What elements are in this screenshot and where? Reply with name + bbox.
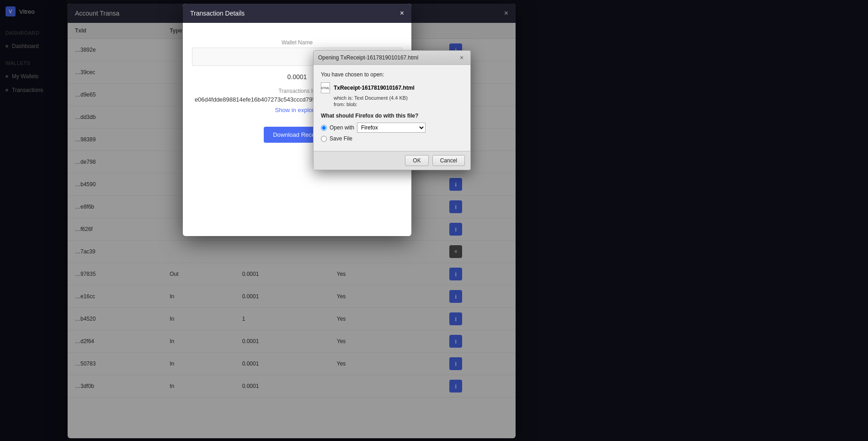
info-row-button[interactable]: i xyxy=(449,312,462,325)
cell-amount: 0.0001 xyxy=(235,263,330,285)
logo-icon: V xyxy=(5,6,16,16)
cell-action: i xyxy=(442,173,516,196)
cell-txid: …d9e65 xyxy=(68,84,162,106)
cell-amount xyxy=(235,241,330,263)
open-with-label: Open with Firefox Other... xyxy=(330,123,426,133)
cell-txid: …98389 xyxy=(68,129,162,151)
cell-type: Out xyxy=(162,263,234,285)
sidebar-item-label: My Wallets xyxy=(12,73,38,80)
cell-txid: …39cec xyxy=(68,61,162,84)
cell-txid: …de798 xyxy=(68,151,162,173)
info-row-button[interactable]: i xyxy=(449,200,462,213)
file-icon: HTML xyxy=(321,82,330,93)
cell-amount: 1 xyxy=(235,308,330,330)
cell-action: i xyxy=(442,353,516,375)
account-modal-title: Account Transa xyxy=(75,10,119,17)
save-file-row: Save File xyxy=(321,135,463,142)
open-with-row: Open with Firefox Other... xyxy=(321,123,463,133)
cell-amount: 0.0001 xyxy=(235,375,330,398)
tx-details-header: Transaction Details × xyxy=(183,4,411,23)
cell-txid: …97835 xyxy=(68,263,162,285)
file-from-info: from: blob: xyxy=(334,102,463,107)
cell-txid: …e16cc xyxy=(68,285,162,308)
wallet-name-label: Wallet Name xyxy=(192,39,402,46)
sidebar-item-dashboard[interactable]: Dashboard xyxy=(0,39,67,53)
sidebar-item-label: Transactions xyxy=(12,87,43,93)
account-modal-close-button[interactable]: × xyxy=(504,9,508,17)
cell-action: i xyxy=(442,285,516,308)
cell-type: In xyxy=(162,330,234,353)
cell-txid: …b4520 xyxy=(68,308,162,330)
cell-txid: …d2f64 xyxy=(68,330,162,353)
firefox-dialog-intro: You have chosen to open: xyxy=(321,71,463,78)
sidebar-dot xyxy=(5,75,8,78)
cell-amount: 0.0001 xyxy=(235,330,330,353)
cell-action: i xyxy=(442,196,516,218)
firefox-file-dialog: Opening TxReceipt-1617819010167.html × Y… xyxy=(313,50,471,170)
info-row-button[interactable]: i xyxy=(449,335,462,348)
sidebar-item-label: Dashboard xyxy=(12,43,39,49)
cell-action: i xyxy=(442,308,516,330)
info-row-button[interactable]: i xyxy=(449,268,462,280)
file-row: HTML TxReceipt-1617819010167.html xyxy=(321,82,463,93)
cell-action: i xyxy=(442,375,516,398)
sidebar-dot xyxy=(5,89,8,91)
cancel-button[interactable]: Cancel xyxy=(432,155,465,166)
sidebar-item-wallets[interactable]: My Wallets xyxy=(0,70,67,83)
firefox-dialog-close-button[interactable]: × xyxy=(458,54,466,62)
firefox-dialog-title: Opening TxReceipt-1617819010167.html xyxy=(318,54,418,61)
cell-amount: 0.0001 xyxy=(235,285,330,308)
table-row: …7ac39× xyxy=(68,241,516,263)
cell-txid: …3df0b xyxy=(68,375,162,398)
firefox-dialog-footer: OK Cancel xyxy=(314,151,470,170)
cell-action: i xyxy=(442,330,516,353)
info-row-button[interactable]: i xyxy=(449,357,462,370)
table-row: …97835Out0.0001Yesi xyxy=(68,263,516,285)
save-file-label: Save File xyxy=(330,135,352,142)
show-in-explorer-link[interactable]: Show in explorer xyxy=(275,107,320,113)
cell-confirmed xyxy=(330,375,442,398)
cell-confirmed: Yes xyxy=(330,263,442,285)
cell-type: In xyxy=(162,285,234,308)
file-type-info: which is: Text Document (4.4 KB) xyxy=(334,95,463,101)
cell-type xyxy=(162,241,234,263)
sidebar-section-wallets: Wallets xyxy=(0,57,67,70)
cell-confirmed: Yes xyxy=(330,285,442,308)
cell-txid: …3892e xyxy=(68,39,162,61)
save-file-radio[interactable] xyxy=(321,136,327,142)
cell-txid: …dd3db xyxy=(68,106,162,129)
table-row: …50783In0.0001Yesi xyxy=(68,353,516,375)
col-action xyxy=(442,23,516,39)
cell-txid: …f626f xyxy=(68,218,162,241)
cell-confirmed: Yes xyxy=(330,353,442,375)
sidebar-section-dashboard: Dashboard xyxy=(0,27,67,39)
sidebar-logo: V Vitreo xyxy=(0,0,67,23)
cell-action: i xyxy=(442,263,516,285)
firefox-dialog-header: Opening TxReceipt-1617819010167.html × xyxy=(314,51,470,65)
open-with-radio[interactable] xyxy=(321,125,327,131)
cell-txid: …7ac39 xyxy=(68,241,162,263)
file-name: TxReceipt-1617819010167.html xyxy=(334,85,415,91)
tx-details-close-button[interactable]: × xyxy=(400,9,404,17)
sidebar-dot xyxy=(5,45,8,48)
info-row-button[interactable]: i xyxy=(449,380,462,393)
logo-text: Vitreo xyxy=(19,8,35,15)
table-row: …e16ccIn0.0001Yesi xyxy=(68,285,516,308)
table-row: …3df0bIn0.0001i xyxy=(68,375,516,398)
info-row-button[interactable]: i xyxy=(449,223,462,236)
info-row-button[interactable]: i xyxy=(449,178,462,191)
cell-confirmed xyxy=(330,241,442,263)
sidebar-item-transactions[interactable]: Transactions xyxy=(0,83,67,97)
tx-details-title: Transaction Details xyxy=(190,10,245,17)
table-row: …b4520In1Yesi xyxy=(68,308,516,330)
cell-action: × xyxy=(442,241,516,263)
info-row-button[interactable]: i xyxy=(449,290,462,303)
cell-txid: …b4590 xyxy=(68,173,162,196)
ok-button[interactable]: OK xyxy=(405,155,428,166)
cell-confirmed: Yes xyxy=(330,330,442,353)
col-txid: TxId xyxy=(68,23,162,39)
cell-type: In xyxy=(162,375,234,398)
close-row-button[interactable]: × xyxy=(449,245,462,258)
application-select[interactable]: Firefox Other... xyxy=(357,123,426,133)
cell-type: In xyxy=(162,308,234,330)
